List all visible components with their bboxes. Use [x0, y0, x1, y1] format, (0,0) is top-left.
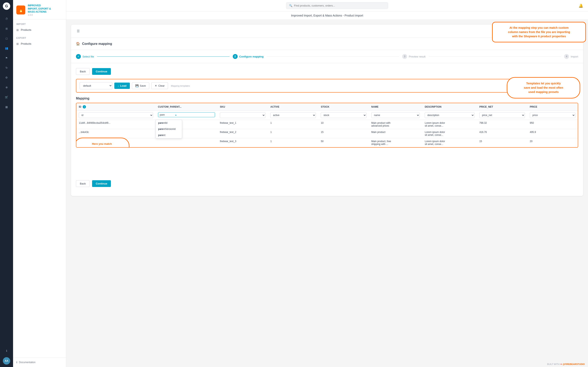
name-select[interactable]: name: [371, 112, 420, 118]
col-header-name: NAME: [369, 103, 423, 111]
clear-button[interactable]: ✕ Clear: [151, 82, 168, 89]
custom-parent-input-wrap[interactable]: ▲: [158, 112, 215, 117]
hamburger-icon[interactable]: ☰: [75, 27, 81, 35]
dropdown-arrow-icon: ▲: [175, 114, 177, 116]
nav-dashboard[interactable]: ⏱: [2, 15, 11, 23]
export-section-label: EXPORT: [13, 33, 66, 40]
save-button[interactable]: 💾 Save: [132, 82, 149, 89]
plugin-title: IMPROVED IMPORT, EXPORT & MASS ACTIONS: [28, 4, 51, 14]
heart-icon: ♥: [561, 363, 562, 365]
sidebar-item-export-products[interactable]: ⊞ Products: [13, 40, 66, 47]
documentation-link[interactable]: ℹ Documentation: [13, 358, 66, 367]
id-select[interactable]: id: [79, 112, 153, 118]
step-4: 4 Import: [564, 54, 578, 59]
wizard-header-icon: 🏠: [76, 42, 80, 46]
price-net-dropdown-cell: price_net: [477, 111, 527, 120]
id-info-icon[interactable]: i: [83, 105, 86, 108]
dropdown-item-parentversionid[interactable]: parentVersionId: [156, 126, 182, 132]
cell-active-3: 1: [268, 138, 318, 147]
tooltip-middle-right: Templates let you quickly save and load …: [507, 77, 580, 99]
step-1: ✓ Select file: [76, 54, 94, 59]
cell-id-2: ...b4e43c: [76, 129, 156, 138]
step-2-num: 2: [233, 54, 238, 59]
cell-stock-1: 10: [318, 120, 369, 129]
nav-rail: G ⏱ ⊞ ◻ 👥 ⚑ ↻ ⚙ ⊕ 🛒 ▦ ℹ AA: [0, 0, 13, 367]
dropdown-item-parentid[interactable]: parentId: [156, 120, 182, 126]
tooltip-top-right-text: At the mapping step you can match custom…: [508, 26, 570, 38]
nav-chart[interactable]: ▦: [2, 103, 11, 111]
nav-refresh[interactable]: ↻: [2, 64, 11, 72]
back-button-top[interactable]: Back: [76, 68, 90, 75]
sidebar-item-import-products[interactable]: ⊞ Products: [13, 26, 66, 33]
tooltip-middle-right-text: Templates let you quickly save and load …: [524, 82, 563, 94]
dropdown-item-parent[interactable]: parent: [156, 132, 182, 138]
cell-cp-3: [156, 138, 218, 147]
nav-settings[interactable]: ⚙: [2, 73, 11, 82]
cell-name-2: Main product: [369, 129, 423, 138]
continue-button-bottom[interactable]: Continue: [92, 180, 111, 187]
price-net-select[interactable]: price_net: [479, 112, 525, 118]
search-icon: 🔍: [289, 4, 292, 7]
cell-stock-2: 15: [318, 129, 369, 138]
price-select[interactable]: price: [530, 112, 575, 118]
cell-pricenet-2: 416.76: [477, 129, 527, 138]
table-row: ...b4e43c firebear_test_2 1 15 Main prod…: [76, 129, 578, 138]
tooltip-bottom-left-text: Here you match properties from the impor…: [86, 142, 117, 148]
nav-users[interactable]: 👥: [2, 44, 11, 52]
bottom-action-buttons: Back Continue: [76, 180, 578, 187]
mapping-table-header: ID i CUSTOM_PARENT... SKU ACTIVE STOCK N…: [76, 103, 578, 111]
back-button-bottom[interactable]: Back: [76, 180, 90, 187]
sku-select[interactable]: [220, 112, 265, 118]
price-dropdown-cell: price: [527, 111, 578, 120]
sidebar: 🔥 IMPROVED IMPORT, EXPORT & MASS ACTIONS…: [13, 0, 66, 367]
step-1-label: Select file: [82, 55, 94, 58]
nav-info[interactable]: ℹ: [2, 347, 11, 355]
col-header-sku: SKU: [217, 103, 268, 111]
custom-parent-dropdown-cell: ▲ parentId parentVersionId: [156, 111, 218, 120]
description-dropdown-cell: description: [422, 111, 477, 120]
col-header-price-net: PRICE_NET: [477, 103, 527, 111]
search-input[interactable]: [294, 4, 385, 7]
cell-active-1: 1: [268, 120, 318, 129]
app-logo[interactable]: G: [3, 2, 10, 10]
table-row: ...9c firebear_test_3 1 50 Main product,…: [76, 138, 578, 147]
top-action-buttons: Back Continue: [76, 68, 578, 75]
description-select[interactable]: description: [425, 112, 474, 118]
export-products-label: Products: [21, 42, 31, 45]
active-select[interactable]: active: [270, 112, 316, 118]
custom-parent-search-input[interactable]: [160, 113, 174, 116]
custom-parent-dropdown-menu: parentId parentVersionId parent: [156, 120, 182, 138]
stock-dropdown-cell: stock: [318, 111, 369, 120]
search-bar[interactable]: 🔍: [286, 2, 388, 9]
id-dropdown-cell: id: [76, 111, 156, 120]
table-row: 11d4f...84f469ccba354cbf9... firebear_te…: [76, 120, 578, 129]
mapping-table-wrap: ID i CUSTOM_PARENT... SKU ACTIVE STOCK N…: [76, 103, 578, 148]
nav-box[interactable]: ◻: [2, 34, 11, 42]
continue-button-top[interactable]: Continue: [92, 68, 111, 75]
step-3: 3 Preview result: [402, 54, 425, 59]
built-with-label: BUILT WITH: [547, 363, 560, 365]
step-3-label: Preview result: [409, 55, 425, 58]
nav-add[interactable]: ⊕: [2, 83, 11, 91]
col-header-stock: STOCK: [318, 103, 369, 111]
template-select[interactable]: default template1 template2: [80, 82, 112, 89]
stock-select[interactable]: stock: [321, 112, 366, 118]
mapping-table: ID i CUSTOM_PARENT... SKU ACTIVE STOCK N…: [76, 103, 578, 147]
nav-flag[interactable]: ⚑: [2, 54, 11, 62]
sku-dropdown-cell: [217, 111, 268, 120]
built-with-footer: BUILT WITH ♥ @FIREBEARSTUDIO: [547, 363, 585, 365]
cell-id-1: 11d4f...84f469ccba354cbf9...: [76, 120, 156, 129]
plugin-icon: 🔥: [16, 6, 25, 15]
cell-pricenet-1: 798.32: [477, 120, 527, 129]
nav-grid[interactable]: ⊞: [2, 25, 11, 33]
name-dropdown-cell: name: [369, 111, 423, 120]
user-avatar[interactable]: AA: [3, 357, 10, 365]
notification-bell-icon[interactable]: 🔔: [579, 3, 583, 8]
documentation-icon: ℹ: [16, 361, 17, 364]
wizard-card: ☰ 🏠 Configure mapping ✓ Select file 2 Co…: [71, 25, 583, 196]
step-3-num: 3: [402, 54, 407, 59]
step-4-label: Import: [571, 55, 578, 58]
load-button[interactable]: ↓ Load: [114, 83, 130, 89]
cell-price-2: 495.9: [527, 129, 578, 138]
nav-basket[interactable]: 🛒: [2, 93, 11, 101]
